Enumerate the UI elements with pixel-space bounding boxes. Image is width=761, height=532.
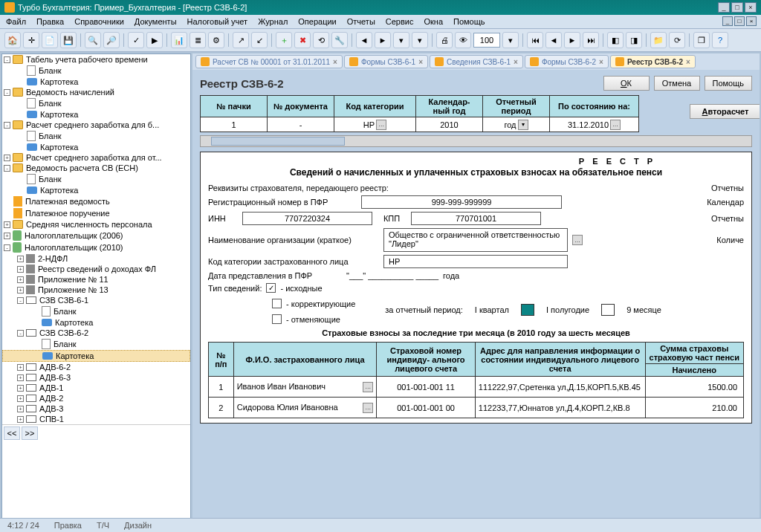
tree-item[interactable]: +Средняя численность персонала xyxy=(2,219,190,230)
dd1-icon[interactable]: ▾ xyxy=(393,32,409,48)
menu-tax[interactable]: Налоговый учет xyxy=(187,17,248,26)
tree-item[interactable]: +Налогоплательщик (2006) xyxy=(2,230,190,241)
tab[interactable]: Сведения СЗВ-6-1× xyxy=(430,55,523,68)
reload-icon[interactable]: ⟲ xyxy=(313,32,329,48)
code-picker-icon[interactable]: … xyxy=(376,120,386,130)
cell-sum[interactable]: 210.00 xyxy=(645,398,743,418)
tree-next-icon[interactable]: >> xyxy=(22,426,38,440)
tab-close-icon[interactable]: × xyxy=(333,58,337,66)
chart-icon[interactable]: 📊 xyxy=(171,32,187,48)
maximize-button[interactable]: □ xyxy=(731,2,743,13)
tree-item[interactable]: -СЗВ СЗВ-6-2 xyxy=(2,328,190,338)
add-icon[interactable]: ＋ xyxy=(276,32,292,48)
tree-item[interactable]: +АДВ-6-3 xyxy=(2,372,190,383)
menu-edit[interactable]: Правка xyxy=(36,17,64,26)
tree-item[interactable]: Бланк xyxy=(2,173,190,185)
tree-item[interactable]: -Налогоплательщик (2010) xyxy=(2,241,190,253)
expand-icon[interactable]: - xyxy=(4,56,10,63)
v-pack[interactable]: 1 xyxy=(201,117,268,132)
tree-item[interactable]: +Приложение № 11 xyxy=(2,274,190,285)
expand-icon[interactable]: - xyxy=(4,89,10,96)
tree-item[interactable]: +АДВ-1 xyxy=(2,383,190,393)
cell-addr[interactable]: 112233,77,Юннатов ул,Д.4,КОРП.2,КВ.8 xyxy=(475,398,645,418)
tree-prev-icon[interactable]: << xyxy=(4,426,20,440)
close-button[interactable]: × xyxy=(745,2,757,13)
fld-kod[interactable]: НР xyxy=(383,255,568,268)
tree-item[interactable]: +СПВ-1 xyxy=(2,414,190,424)
ok-button[interactable]: OОКК xyxy=(603,76,650,91)
cascade-icon[interactable]: ❐ xyxy=(693,32,710,48)
menu-windows[interactable]: Окна xyxy=(424,17,443,26)
preview-icon[interactable]: 👁 xyxy=(455,32,471,48)
expand-icon[interactable]: + xyxy=(17,406,24,412)
expand-icon[interactable]: + xyxy=(17,416,24,423)
menu-file[interactable]: Файл xyxy=(6,17,26,26)
tree-item[interactable]: -Расчет среднего заработка для б... xyxy=(2,120,190,130)
list-icon[interactable]: ≣ xyxy=(190,32,206,48)
fld-org[interactable]: Общество с ограниченной ответственностью… xyxy=(383,228,568,252)
minimize-button[interactable]: _ xyxy=(718,2,730,13)
next-icon[interactable]: ► xyxy=(375,32,391,48)
expand-icon[interactable]: + xyxy=(17,374,24,381)
menu-journal[interactable]: Журнал xyxy=(258,17,288,26)
cb-ish[interactable]: ✓ xyxy=(266,283,276,293)
cell-fio[interactable]: Иванов Иван Иванович… xyxy=(233,377,377,398)
help-button[interactable]: Помощь xyxy=(705,76,753,91)
expand-icon[interactable]: + xyxy=(4,155,10,161)
action2-icon[interactable]: ▶ xyxy=(146,32,163,48)
tree-item[interactable]: +Приложение № 13 xyxy=(2,285,190,295)
edit-icon[interactable]: 🔧 xyxy=(331,32,348,48)
home-icon[interactable]: 🏠 xyxy=(4,32,21,48)
expand-icon[interactable]: + xyxy=(4,233,10,239)
expand-icon[interactable]: + xyxy=(17,256,24,262)
zoom-field[interactable]: 100 xyxy=(473,33,500,48)
mdi-max[interactable]: □ xyxy=(734,16,745,26)
import-icon[interactable]: ↙ xyxy=(251,32,268,48)
tree-item[interactable]: Бланк xyxy=(2,305,190,317)
v-year[interactable]: 2010 xyxy=(416,117,483,132)
expand-icon[interactable]: + xyxy=(17,364,24,371)
tree-item[interactable]: +АДВ-3 xyxy=(2,403,190,414)
action1-icon[interactable]: ✓ xyxy=(128,32,144,48)
config-icon[interactable]: ⚙ xyxy=(208,32,224,48)
tab-close-icon[interactable]: × xyxy=(514,58,518,66)
tree-item[interactable]: Платежное поручение xyxy=(2,207,190,219)
expand-icon[interactable]: + xyxy=(4,221,10,228)
tree-item[interactable]: Картотека xyxy=(2,185,190,195)
v-asof[interactable]: 31.12.2010… xyxy=(550,117,639,132)
table-row[interactable]: 2Сидорова Юлия Ивановна…001-001-001 0011… xyxy=(209,398,744,418)
expand-icon[interactable]: + xyxy=(17,266,24,273)
menu-docs[interactable]: Документы xyxy=(135,17,177,26)
mdi-min[interactable]: _ xyxy=(722,16,733,26)
nav-tree[interactable]: -Табель учета рабочего времениБланкКарто… xyxy=(1,53,191,526)
dd2-icon[interactable]: ▾ xyxy=(412,32,428,48)
tab-close-icon[interactable]: × xyxy=(686,58,690,66)
cell-snils[interactable]: 001-001-001 11 xyxy=(377,377,475,398)
expand-icon[interactable]: + xyxy=(17,276,24,283)
cancel-button[interactable]: Отмена xyxy=(654,76,700,91)
mdi-close[interactable]: × xyxy=(746,16,757,26)
zoom-dd-icon[interactable]: ▾ xyxy=(502,32,519,48)
help-icon[interactable]: ? xyxy=(712,32,728,48)
expand-icon[interactable]: - xyxy=(17,297,24,304)
cell-addr[interactable]: 111222,97,Сретенка ул,Д.15,КОРП.5,КВ.45 xyxy=(475,377,645,398)
tab[interactable]: Расчет СВ № 00001 от 31.01.2011× xyxy=(195,55,343,68)
autocalc-button[interactable]: Авторасчет xyxy=(690,104,760,119)
v-code[interactable]: НР… xyxy=(334,117,416,132)
fld-inn[interactable]: 7707220324 xyxy=(242,212,372,225)
tree-item[interactable]: Платежная ведомость xyxy=(2,195,190,207)
disk-icon[interactable]: 💾 xyxy=(60,32,77,48)
expand-icon[interactable]: - xyxy=(17,330,24,337)
tree-item[interactable]: +АДВ-6-2 xyxy=(2,362,190,372)
menu-ops[interactable]: Операции xyxy=(298,17,336,26)
dbfolder-icon[interactable]: 📁 xyxy=(650,32,667,48)
tree-item[interactable]: -СЗВ СЗВ-6-1 xyxy=(2,295,190,305)
fio-picker-icon[interactable]: … xyxy=(363,382,373,392)
v-period[interactable]: год▾ xyxy=(483,117,550,132)
fld-kpp[interactable]: 770701001 xyxy=(411,212,541,225)
print-icon[interactable]: 🖨 xyxy=(436,32,453,48)
first-icon[interactable]: ⏮ xyxy=(527,32,543,48)
tab[interactable]: Реестр СЗВ-6-2× xyxy=(610,55,696,68)
prev-icon[interactable]: ◄ xyxy=(356,32,372,48)
tree-item[interactable]: Бланк xyxy=(2,338,190,350)
